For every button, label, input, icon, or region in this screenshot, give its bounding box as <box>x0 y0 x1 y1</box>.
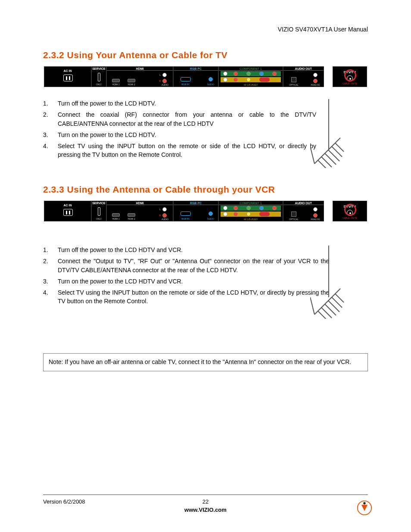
port-label-hdmi-audio: AUDIO <box>160 84 170 86</box>
port-label-rgb-audio: AUDIO <box>206 83 215 86</box>
svg-line-6 <box>335 143 344 152</box>
svg-line-11 <box>325 304 336 315</box>
svg-line-14 <box>335 294 344 302</box>
section-heading-233: 2.3.3 Using the Antenna or Cable through… <box>43 184 368 195</box>
hdmi2-port-icon <box>128 79 135 82</box>
step-number: 3. <box>43 131 58 139</box>
step-number: 2. <box>43 110 58 128</box>
hdmi2-port-icon <box>128 213 135 217</box>
svg-point-17 <box>363 502 365 504</box>
port-label-hdmi-audio: AUDIO <box>160 218 170 221</box>
svg-line-12 <box>328 301 339 312</box>
rear-panel-diagram-1: AC IN SERVICE ONLY HDMI HDMI 1 HDMI 2 L … <box>44 66 367 87</box>
svg-line-4 <box>328 150 339 161</box>
analog-r-jack <box>313 79 318 83</box>
port-label-hdmi2: HDMI 2 <box>126 83 137 86</box>
rgb-port-icon <box>181 77 191 81</box>
port-label-component: COMPONENT 1 <box>219 67 283 71</box>
port-label-optical: OPTICAL <box>289 218 299 221</box>
port-label-component: COMPONENT 1 <box>219 202 283 205</box>
av-r-jack <box>234 212 238 216</box>
port-label-analog: ANALOG <box>310 84 321 86</box>
analog-r-jack <box>313 213 318 218</box>
analog-l-jack <box>313 207 318 212</box>
antenna-icon <box>310 129 349 168</box>
port-label-service: SERVICE <box>92 202 106 205</box>
service-port-icon <box>98 73 100 81</box>
comp-r-jack <box>234 72 238 76</box>
rgb-audio-jack <box>209 77 213 81</box>
hdmi-audio-l-jack <box>162 73 167 77</box>
port-label-rgb-sub: RGB PC <box>180 218 192 220</box>
rear-panel-diagram-2: AC IN SERVICE ONLY HDMI HDMI 1 HDMI 2 L … <box>44 201 367 221</box>
port-label-dtv-sub: CABLE / ANTE <box>333 82 367 85</box>
hdmi1-port-icon <box>112 213 120 217</box>
step-number: 1. <box>43 246 58 254</box>
optical-port-icon <box>291 212 296 217</box>
dtv-highlight-circle <box>344 204 356 216</box>
port-label-ac: AC IN <box>44 69 91 72</box>
port-label-l: L <box>159 74 161 76</box>
port-label-hdmi: HDMI <box>107 67 173 71</box>
port-label-rgb-audio: AUDIO <box>206 218 215 220</box>
comp-y-jack <box>246 72 251 76</box>
comp-pr-jack <box>272 72 277 76</box>
port-label-service-only: ONLY <box>92 218 106 220</box>
antenna-icon <box>310 280 349 319</box>
hdmi-audio-r-jack <box>162 213 167 218</box>
dtv-highlight-circle <box>344 69 356 81</box>
port-label-hdmi1: HDMI 1 <box>110 218 121 220</box>
footer-version: Version 6/2/2008 <box>43 498 180 505</box>
av-l-jack <box>223 78 227 82</box>
port-label-r: R <box>159 214 161 217</box>
svideo-jack <box>259 78 270 82</box>
service-port-icon <box>98 207 100 216</box>
port-label-l: L <box>159 208 161 211</box>
comp-pr-jack <box>272 206 277 210</box>
hdmi1-port-icon <box>112 79 120 82</box>
step-number: 1. <box>43 99 58 108</box>
svg-line-15 <box>310 297 314 314</box>
ac-in-port-icon <box>63 209 73 216</box>
port-label-service-only: ONLY <box>92 83 106 86</box>
comp-l-jack <box>223 206 227 210</box>
step-text: Turn off the power to the LCD HDTV and V… <box>58 246 368 254</box>
svg-line-7 <box>310 146 314 164</box>
page-footer: Version 6/2/2008 22 www.VIZIO.com <box>43 495 368 513</box>
vizio-logo-icon <box>357 500 372 516</box>
step-number: 3. <box>43 277 58 286</box>
footer-url: www.VIZIO.com <box>43 507 368 513</box>
footer-page-number: 22 <box>180 498 231 505</box>
port-label-dtv-sub: CABLE / ANTE <box>333 217 367 219</box>
port-label-hdmi1: HDMI 1 <box>110 83 121 86</box>
step-text: Connect the "Output to TV", "RF Out" or … <box>58 257 368 274</box>
step-number: 4. <box>43 288 58 306</box>
hdmi-audio-r-jack <box>162 79 167 83</box>
comp-r-jack <box>234 206 238 210</box>
step-text: Connect the coaxial (RF) connector from … <box>58 110 368 128</box>
step-number: 2. <box>43 257 58 274</box>
port-label-hdmi2: HDMI 2 <box>126 218 137 220</box>
av-video-jack <box>246 212 251 216</box>
page-header: VIZIO SV470XVT1A User Manual <box>43 26 368 33</box>
port-label-rgb: RGB PC <box>174 67 218 71</box>
comp-pb-jack <box>259 72 264 76</box>
av-l-jack <box>223 212 227 216</box>
note-box: Note: If you have an off-air antenna or … <box>43 353 368 371</box>
svg-line-3 <box>325 153 336 165</box>
port-label-av: AV 1/S-VIDEO <box>219 218 283 221</box>
port-label-rgb: RGB PC <box>174 202 218 205</box>
svideo-jack <box>259 212 270 216</box>
port-label-analog: ANALOG <box>310 218 321 221</box>
step-number: 4. <box>43 142 58 159</box>
comp-pb-jack <box>259 206 264 210</box>
port-label-hdmi: HDMI <box>107 202 173 205</box>
section-heading-232: 2.3.2 Using Your Antenna or Cable for TV <box>43 50 368 60</box>
ac-in-port-icon <box>63 75 73 81</box>
port-label-rgb-sub: RGB PC <box>180 83 192 86</box>
hdmi-audio-l-jack <box>162 207 167 212</box>
port-label-audioout: AUDIO OUT <box>283 202 324 205</box>
port-label-av: AV 1/S-VIDEO <box>219 84 283 86</box>
rgb-port-icon <box>181 212 191 216</box>
port-label-audioout: AUDIO OUT <box>283 67 324 71</box>
